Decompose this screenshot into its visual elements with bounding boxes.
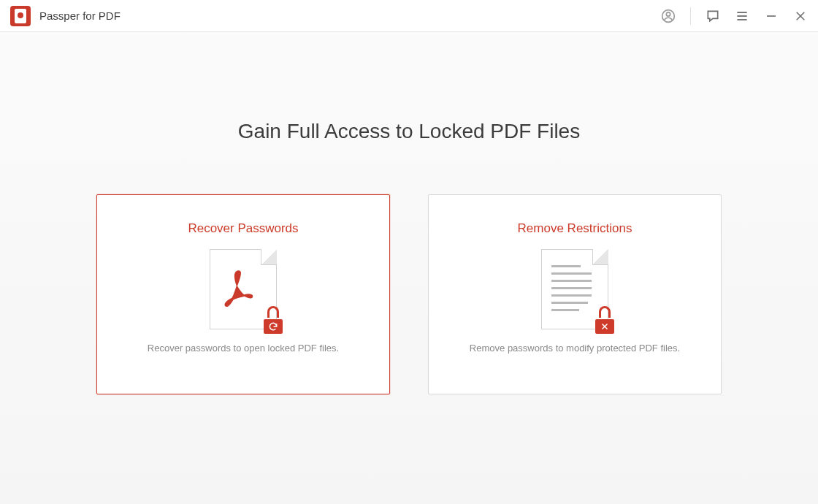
- app-title: Passper for PDF: [39, 9, 121, 22]
- pdf-recover-illustration-icon: [210, 249, 277, 329]
- titlebar-controls: [661, 7, 808, 25]
- account-icon[interactable]: [661, 9, 676, 23]
- recover-passwords-card[interactable]: Recover Passwords Recover: [96, 194, 390, 394]
- card-title: Recover Passwords: [188, 221, 298, 236]
- app-logo-icon: [10, 6, 31, 26]
- titlebar: Passper for PDF: [0, 0, 818, 32]
- titlebar-left: Passper for PDF: [10, 6, 121, 26]
- main-content: Gain Full Access to Locked PDF Files Rec…: [0, 32, 818, 394]
- feedback-icon[interactable]: [706, 9, 720, 23]
- card-title: Remove Restrictions: [518, 221, 632, 236]
- card-description: Remove passwords to modify protected PDF…: [455, 343, 695, 354]
- mode-cards: Recover Passwords Recover: [96, 194, 722, 394]
- adobe-pdf-icon: [218, 267, 259, 308]
- minimize-button[interactable]: [764, 9, 779, 23]
- separator: [690, 7, 691, 25]
- close-button[interactable]: [793, 9, 808, 23]
- card-description: Recover passwords to open locked PDF fil…: [133, 343, 353, 354]
- pdf-restrictions-illustration-icon: [541, 249, 608, 329]
- lock-remove-icon: [594, 312, 616, 334]
- svg-point-1: [666, 12, 670, 15]
- lock-refresh-icon: [262, 312, 284, 334]
- remove-restrictions-card[interactable]: Remove Restrictions Remove: [428, 194, 722, 394]
- menu-icon[interactable]: [735, 9, 749, 23]
- page-headline: Gain Full Access to Locked PDF Files: [238, 120, 580, 143]
